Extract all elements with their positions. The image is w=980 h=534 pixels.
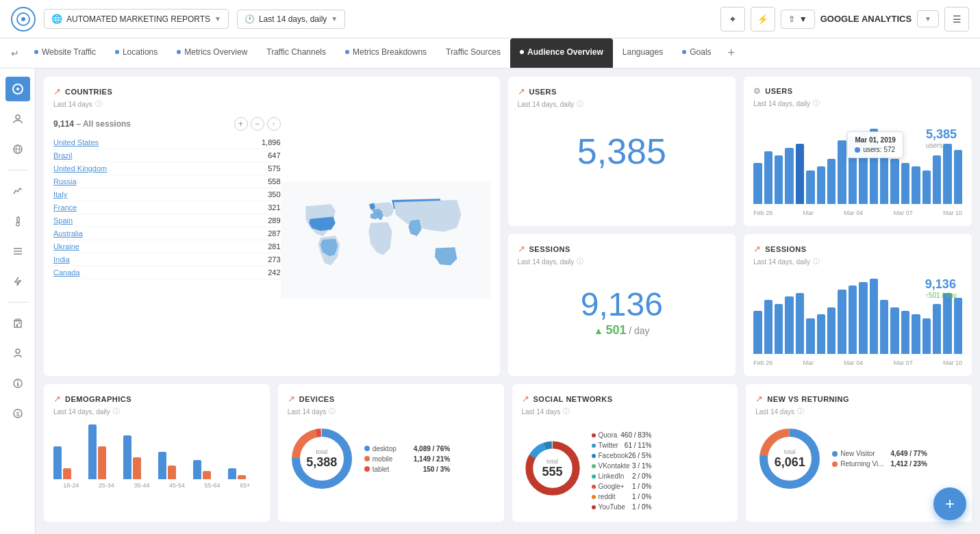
country-name[interactable]: India — [53, 255, 70, 264]
demo-bar-female — [168, 466, 176, 479]
tab-goals[interactable]: Goals — [673, 38, 720, 68]
sidebar-item-brush[interactable] — [5, 209, 30, 233]
sidebar-item-person[interactable] — [5, 341, 30, 366]
bar[interactable] — [785, 148, 793, 205]
sort-country-button[interactable]: ↑ — [267, 117, 281, 131]
bar[interactable] — [880, 300, 888, 354]
sidebar-item-lightning[interactable] — [5, 269, 30, 294]
bar[interactable] — [933, 304, 941, 354]
report-dropdown[interactable]: 🌐 AUTOMATED MARKETING REPORTS ▼ — [44, 9, 229, 29]
add-tab-button[interactable]: + — [721, 46, 742, 60]
country-name[interactable]: Russia — [53, 177, 77, 186]
trend-icon-sessions: ↗ — [518, 244, 525, 254]
add-country-button[interactable]: + — [234, 117, 248, 131]
sidebar-item-globe[interactable] — [5, 137, 30, 162]
bar[interactable] — [890, 307, 899, 354]
bar[interactable] — [775, 304, 783, 354]
bar[interactable] — [943, 144, 951, 204]
bar[interactable] — [785, 296, 793, 354]
time-dropdown[interactable]: 🕐 Last 14 days, daily ▼ — [237, 10, 345, 29]
bar[interactable] — [817, 166, 825, 204]
country-row: France 321 — [53, 201, 281, 214]
country-name[interactable]: Italy — [53, 190, 67, 199]
social-networks-card: ↗ SOCIAL NETWORKS Last 14 days ⓘ — [512, 384, 738, 522]
bar[interactable] — [838, 140, 846, 205]
info-icon: ⓘ — [95, 99, 102, 109]
fab-button[interactable]: + — [933, 487, 966, 520]
bar[interactable] — [922, 318, 931, 354]
bar[interactable] — [753, 163, 762, 205]
bar[interactable] — [901, 311, 909, 354]
legend-dot — [832, 461, 838, 467]
tab-label: Locations — [123, 47, 158, 57]
bar[interactable] — [817, 314, 825, 354]
country-name[interactable]: France — [53, 203, 77, 212]
country-name[interactable]: Spain — [53, 216, 73, 225]
bar[interactable] — [796, 144, 804, 204]
country-row: Canada 242 — [53, 266, 281, 279]
sessions-title: SESSIONS — [529, 245, 570, 253]
ga-dropdown[interactable]: ▼ — [917, 10, 939, 27]
tab-website-traffic[interactable]: Website Traffic — [25, 38, 105, 68]
lightning-btn[interactable]: ⚡ — [751, 7, 775, 31]
bar[interactable] — [954, 298, 962, 354]
country-name[interactable]: Canada — [53, 268, 80, 277]
sidebar-item-graph[interactable] — [5, 179, 30, 203]
nvr-donut-center: total 6,061 — [775, 448, 805, 470]
bar[interactable] — [827, 159, 835, 204]
bar[interactable] — [849, 285, 857, 354]
country-name[interactable]: United States — [53, 138, 99, 147]
tab-locations[interactable]: Locations — [105, 38, 167, 68]
tab-label: Metrics Breakdowns — [353, 47, 427, 57]
demo-bar-group — [228, 468, 260, 479]
country-name[interactable]: Ukraine — [53, 242, 79, 251]
bar[interactable] — [954, 150, 962, 204]
country-name[interactable]: Australia — [53, 229, 83, 238]
sidebar-item-building[interactable] — [5, 311, 30, 335]
bar[interactable] — [775, 155, 783, 205]
bar[interactable] — [806, 170, 814, 205]
country-name[interactable]: Brazil — [53, 151, 73, 160]
bar[interactable] — [753, 311, 762, 354]
tab-traffic-sources[interactable]: Traffic Sources — [436, 38, 510, 68]
bar[interactable] — [838, 290, 846, 354]
bar[interactable] — [880, 151, 888, 204]
bar[interactable] — [933, 155, 941, 205]
bar[interactable] — [922, 170, 931, 205]
devices-legend: desktop 4,089 / 76% mobile 1,149 / 21% t… — [364, 445, 450, 473]
share-btn[interactable]: ⇧ ▼ — [781, 10, 815, 29]
sidebar-item-users[interactable] — [5, 107, 30, 131]
remove-country-button[interactable]: − — [251, 117, 264, 131]
tab-metrics-breakdowns[interactable]: Metrics Breakdowns — [336, 38, 436, 68]
legend-name: desktop — [373, 445, 407, 453]
bar[interactable] — [890, 159, 899, 204]
demographics-card: ↗ DEMOGRAPHICS Last 14 days, daily ⓘ 18-… — [44, 384, 270, 522]
magic-btn[interactable]: ✦ — [720, 7, 745, 31]
sidebar-item-coin[interactable]: $ — [5, 401, 30, 426]
svg-point-19 — [17, 381, 18, 382]
bar[interactable] — [901, 163, 909, 205]
sidebar-item-home[interactable] — [5, 77, 30, 101]
social-row: Google+ 1 / 0% — [592, 481, 652, 492]
sidebar-item-list[interactable] — [5, 239, 30, 264]
tab-traffic-channels[interactable]: Traffic Channels — [257, 38, 336, 68]
bar[interactable] — [806, 318, 814, 354]
demo-age-label: 18-24 — [63, 482, 79, 489]
bar[interactable] — [859, 282, 867, 354]
tab-metrics-overview[interactable]: Metrics Overview — [167, 38, 257, 68]
menu-btn[interactable]: ☰ — [944, 7, 969, 31]
bar[interactable] — [827, 307, 835, 354]
tab-languages[interactable]: Languages — [613, 38, 673, 68]
bar[interactable] — [764, 300, 772, 354]
bar[interactable] — [796, 293, 804, 354]
nav-back-icon[interactable]: ↵ — [5, 48, 25, 59]
bar[interactable] — [912, 314, 920, 354]
bar[interactable] — [870, 279, 878, 354]
bar[interactable] — [764, 151, 772, 204]
tab-audience-overview[interactable]: Audience Overview — [510, 38, 613, 68]
sessions-chart-title: SESSIONS — [765, 245, 806, 253]
bar[interactable] — [912, 166, 920, 204]
bar[interactable] — [943, 293, 951, 354]
country-name[interactable]: United Kingdom — [53, 164, 107, 173]
sidebar-item-info[interactable] — [5, 371, 30, 396]
